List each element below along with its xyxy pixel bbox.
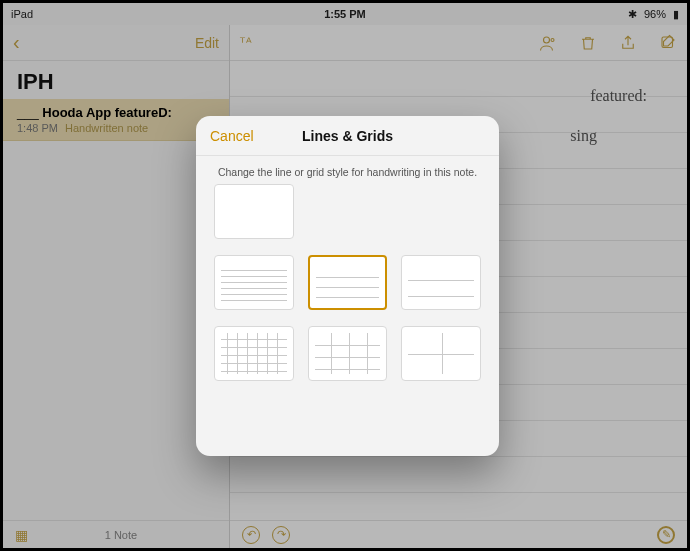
share-icon[interactable] xyxy=(619,34,637,52)
status-right: ✱ 96% ▮ xyxy=(624,8,679,21)
cancel-button[interactable]: Cancel xyxy=(210,128,254,144)
status-time: 1:55 PM xyxy=(324,8,366,20)
note-title: ___ Hooda App featureD: xyxy=(17,105,215,120)
svg-point-0 xyxy=(544,37,550,43)
folder-title: IPH xyxy=(3,61,229,99)
status-device: iPad xyxy=(11,8,33,20)
handwriting-text-2: sing xyxy=(570,127,597,145)
style-option-lines-narrow[interactable] xyxy=(214,255,294,310)
back-button[interactable]: ‹ xyxy=(13,31,20,54)
style-grid xyxy=(196,184,499,397)
popover-subtitle: Change the line or grid style for handwr… xyxy=(196,156,499,184)
style-option-grid-small[interactable] xyxy=(214,326,294,381)
note-count: 1 Note xyxy=(105,529,137,541)
battery-percent: 96% xyxy=(644,8,666,20)
style-option-lines-wide[interactable] xyxy=(401,255,481,310)
text-style-button[interactable]: ᵀᴬ xyxy=(240,35,253,50)
style-option-grid-medium[interactable] xyxy=(308,326,388,381)
note-time: 1:48 PM xyxy=(17,122,58,134)
trash-icon[interactable] xyxy=(579,34,597,52)
note-prefix: ___ xyxy=(17,105,39,120)
compose-icon[interactable] xyxy=(659,34,677,52)
redo-button[interactable]: ↷ xyxy=(272,526,290,544)
note-title-text: Hooda App featureD: xyxy=(42,105,172,120)
undo-button[interactable]: ↶ xyxy=(242,526,260,544)
sidebar-header: ‹ Edit xyxy=(3,25,229,61)
note-tag: Handwritten note xyxy=(65,122,148,134)
note-subtitle: 1:48 PM Handwritten note xyxy=(17,122,215,134)
style-option-lines-medium[interactable] xyxy=(308,255,388,310)
style-option-blank[interactable] xyxy=(214,184,294,239)
editor-toolbar: ᵀᴬ xyxy=(230,25,687,61)
battery-icon: ▮ xyxy=(673,8,679,20)
status-bar: iPad 1:55 PM ✱ 96% ▮ xyxy=(3,3,687,25)
pen-button[interactable]: ✎ xyxy=(657,526,675,544)
lines-grids-popover: Cancel Lines & Grids Change the line or … xyxy=(196,116,499,456)
spacer xyxy=(308,184,481,239)
style-option-grid-large[interactable] xyxy=(401,326,481,381)
edit-button[interactable]: Edit xyxy=(195,35,219,51)
handwriting-text-1: featured: xyxy=(590,87,647,105)
editor-footer: ↶ ↷ ✎ xyxy=(230,520,687,548)
screen: iPad 1:55 PM ✱ 96% ▮ ‹ Edit IPH ___ Hood… xyxy=(3,3,687,548)
sidebar-footer: ▦ 1 Note xyxy=(3,520,229,548)
popover-header: Cancel Lines & Grids xyxy=(196,116,499,156)
svg-point-1 xyxy=(551,38,554,41)
spacer xyxy=(214,529,217,541)
bluetooth-icon: ✱ xyxy=(628,8,637,20)
share-person-icon[interactable] xyxy=(539,34,557,52)
device-frame: iPad 1:55 PM ✱ 96% ▮ ‹ Edit IPH ___ Hood… xyxy=(0,0,690,551)
view-toggle-icon[interactable]: ▦ xyxy=(15,527,28,543)
